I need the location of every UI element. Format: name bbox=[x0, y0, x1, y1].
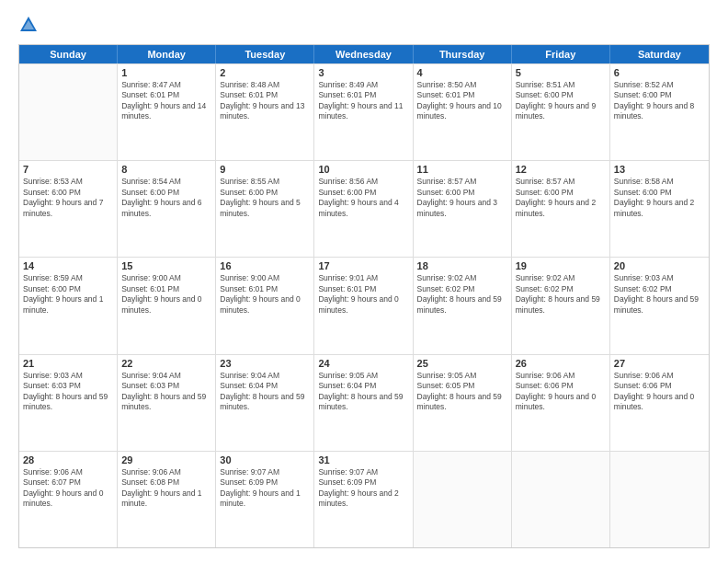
cell-sun-info: Sunrise: 8:49 AMSunset: 6:01 PMDaylight:… bbox=[318, 80, 408, 122]
cell-sun-info: Sunrise: 8:58 AMSunset: 6:00 PMDaylight:… bbox=[614, 177, 705, 219]
calendar-cell: 6Sunrise: 8:52 AMSunset: 6:00 PMDaylight… bbox=[610, 64, 709, 160]
calendar-cell: 15Sunrise: 9:00 AMSunset: 6:01 PMDayligh… bbox=[118, 258, 216, 353]
calendar: SundayMondayTuesdayWednesdayThursdayFrid… bbox=[18, 44, 710, 548]
cell-day-number: 19 bbox=[516, 260, 606, 271]
calendar-body: 1Sunrise: 8:47 AMSunset: 6:01 PMDaylight… bbox=[19, 63, 709, 547]
calendar-cell: 9Sunrise: 8:55 AMSunset: 6:00 PMDaylight… bbox=[216, 161, 314, 257]
calendar-cell: 2Sunrise: 8:48 AMSunset: 6:01 PMDaylight… bbox=[216, 64, 314, 160]
cell-day-number: 26 bbox=[516, 358, 606, 369]
cell-sun-info: Sunrise: 8:50 AMSunset: 6:01 PMDaylight:… bbox=[417, 80, 507, 122]
calendar-cell: 24Sunrise: 9:05 AMSunset: 6:04 PMDayligh… bbox=[314, 355, 413, 451]
cell-day-number: 20 bbox=[614, 260, 705, 271]
calendar-cell: 7Sunrise: 8:53 AMSunset: 6:00 PMDaylight… bbox=[19, 161, 118, 257]
cell-day-number: 7 bbox=[23, 164, 113, 175]
cell-day-number: 14 bbox=[23, 260, 113, 271]
cell-day-number: 31 bbox=[318, 454, 408, 465]
calendar-cell: 29Sunrise: 9:06 AMSunset: 6:08 PMDayligh… bbox=[118, 452, 216, 547]
calendar-row: 14Sunrise: 8:59 AMSunset: 6:00 PMDayligh… bbox=[19, 257, 709, 353]
cell-sun-info: Sunrise: 9:00 AMSunset: 6:01 PMDaylight:… bbox=[220, 273, 310, 316]
calendar-row: 28Sunrise: 9:06 AMSunset: 6:07 PMDayligh… bbox=[19, 451, 709, 547]
calendar-cell: 20Sunrise: 9:03 AMSunset: 6:02 PMDayligh… bbox=[610, 258, 709, 353]
calendar-cell: 8Sunrise: 8:54 AMSunset: 6:00 PMDaylight… bbox=[118, 161, 216, 257]
cell-sun-info: Sunrise: 9:03 AMSunset: 6:03 PMDaylight:… bbox=[23, 371, 113, 413]
calendar-cell bbox=[512, 452, 610, 547]
calendar-row: 7Sunrise: 8:53 AMSunset: 6:00 PMDaylight… bbox=[19, 160, 709, 257]
cell-day-number: 29 bbox=[121, 454, 211, 465]
cell-day-number: 10 bbox=[318, 164, 408, 175]
cell-day-number: 6 bbox=[614, 67, 705, 78]
cell-sun-info: Sunrise: 8:59 AMSunset: 6:00 PMDaylight:… bbox=[23, 273, 113, 316]
cell-day-number: 1 bbox=[121, 67, 211, 78]
cell-day-number: 15 bbox=[121, 260, 211, 271]
cell-day-number: 5 bbox=[516, 67, 606, 78]
calendar-row: 1Sunrise: 8:47 AMSunset: 6:01 PMDaylight… bbox=[19, 63, 709, 160]
cell-sun-info: Sunrise: 9:01 AMSunset: 6:01 PMDaylight:… bbox=[318, 273, 408, 316]
cell-day-number: 13 bbox=[614, 164, 705, 175]
cell-day-number: 8 bbox=[121, 164, 211, 175]
cell-sun-info: Sunrise: 9:03 AMSunset: 6:02 PMDaylight:… bbox=[614, 273, 705, 316]
cell-day-number: 2 bbox=[220, 67, 310, 78]
calendar-cell: 18Sunrise: 9:02 AMSunset: 6:02 PMDayligh… bbox=[414, 258, 512, 353]
cell-sun-info: Sunrise: 9:06 AMSunset: 6:06 PMDaylight:… bbox=[516, 371, 606, 413]
cell-sun-info: Sunrise: 9:04 AMSunset: 6:04 PMDaylight:… bbox=[220, 371, 310, 413]
cell-sun-info: Sunrise: 9:05 AMSunset: 6:05 PMDaylight:… bbox=[417, 371, 507, 413]
weekday-header: Tuesday bbox=[216, 45, 314, 63]
weekday-header: Monday bbox=[118, 45, 216, 63]
weekday-header: Friday bbox=[512, 45, 610, 63]
calendar-cell bbox=[19, 64, 118, 160]
cell-day-number: 21 bbox=[23, 358, 113, 369]
cell-sun-info: Sunrise: 8:47 AMSunset: 6:01 PMDaylight:… bbox=[121, 80, 211, 122]
cell-day-number: 18 bbox=[417, 260, 507, 271]
calendar-cell: 25Sunrise: 9:05 AMSunset: 6:05 PMDayligh… bbox=[414, 355, 512, 451]
calendar-cell: 22Sunrise: 9:04 AMSunset: 6:03 PMDayligh… bbox=[118, 355, 216, 451]
cell-day-number: 17 bbox=[318, 260, 408, 271]
cell-day-number: 4 bbox=[417, 67, 507, 78]
calendar-cell: 17Sunrise: 9:01 AMSunset: 6:01 PMDayligh… bbox=[314, 258, 413, 353]
calendar-row: 21Sunrise: 9:03 AMSunset: 6:03 PMDayligh… bbox=[19, 354, 709, 451]
cell-day-number: 3 bbox=[318, 67, 408, 78]
calendar-cell: 16Sunrise: 9:00 AMSunset: 6:01 PMDayligh… bbox=[216, 258, 314, 353]
calendar-cell: 27Sunrise: 9:06 AMSunset: 6:06 PMDayligh… bbox=[610, 355, 709, 451]
calendar-cell: 31Sunrise: 9:07 AMSunset: 6:09 PMDayligh… bbox=[314, 452, 413, 547]
cell-sun-info: Sunrise: 9:02 AMSunset: 6:02 PMDaylight:… bbox=[516, 273, 606, 316]
cell-sun-info: Sunrise: 9:02 AMSunset: 6:02 PMDaylight:… bbox=[417, 273, 507, 316]
logo-icon bbox=[18, 15, 39, 35]
cell-sun-info: Sunrise: 9:07 AMSunset: 6:09 PMDaylight:… bbox=[220, 467, 310, 510]
cell-day-number: 11 bbox=[417, 164, 507, 175]
weekday-header: Saturday bbox=[610, 45, 709, 63]
logo bbox=[18, 15, 42, 35]
cell-sun-info: Sunrise: 8:57 AMSunset: 6:00 PMDaylight:… bbox=[417, 177, 507, 219]
weekday-header: Wednesday bbox=[314, 45, 413, 63]
calendar-cell: 12Sunrise: 8:57 AMSunset: 6:00 PMDayligh… bbox=[512, 161, 610, 257]
cell-sun-info: Sunrise: 9:06 AMSunset: 6:06 PMDaylight:… bbox=[614, 371, 705, 413]
calendar-cell: 23Sunrise: 9:04 AMSunset: 6:04 PMDayligh… bbox=[216, 355, 314, 451]
cell-day-number: 12 bbox=[516, 164, 606, 175]
weekday-header: Thursday bbox=[414, 45, 512, 63]
weekday-header: Sunday bbox=[19, 45, 118, 63]
cell-sun-info: Sunrise: 9:00 AMSunset: 6:01 PMDaylight:… bbox=[121, 273, 211, 316]
header bbox=[18, 15, 710, 35]
cell-sun-info: Sunrise: 9:05 AMSunset: 6:04 PMDaylight:… bbox=[318, 371, 408, 413]
cell-sun-info: Sunrise: 9:06 AMSunset: 6:07 PMDaylight:… bbox=[23, 467, 113, 510]
cell-day-number: 9 bbox=[220, 164, 310, 175]
cell-sun-info: Sunrise: 8:55 AMSunset: 6:00 PMDaylight:… bbox=[220, 177, 310, 219]
calendar-cell: 4Sunrise: 8:50 AMSunset: 6:01 PMDaylight… bbox=[414, 64, 512, 160]
calendar-header: SundayMondayTuesdayWednesdayThursdayFrid… bbox=[19, 45, 709, 63]
calendar-cell bbox=[414, 452, 512, 547]
cell-day-number: 16 bbox=[220, 260, 310, 271]
calendar-cell: 11Sunrise: 8:57 AMSunset: 6:00 PMDayligh… bbox=[414, 161, 512, 257]
cell-sun-info: Sunrise: 8:48 AMSunset: 6:01 PMDaylight:… bbox=[220, 80, 310, 122]
cell-day-number: 28 bbox=[23, 454, 113, 465]
cell-sun-info: Sunrise: 8:51 AMSunset: 6:00 PMDaylight:… bbox=[516, 80, 606, 122]
calendar-cell bbox=[610, 452, 709, 547]
cell-sun-info: Sunrise: 8:53 AMSunset: 6:00 PMDaylight:… bbox=[23, 177, 113, 219]
calendar-cell: 10Sunrise: 8:56 AMSunset: 6:00 PMDayligh… bbox=[314, 161, 413, 257]
cell-day-number: 24 bbox=[318, 358, 408, 369]
cell-day-number: 30 bbox=[220, 454, 310, 465]
calendar-cell: 13Sunrise: 8:58 AMSunset: 6:00 PMDayligh… bbox=[610, 161, 709, 257]
cell-day-number: 22 bbox=[121, 358, 211, 369]
calendar-cell: 21Sunrise: 9:03 AMSunset: 6:03 PMDayligh… bbox=[19, 355, 118, 451]
cell-sun-info: Sunrise: 9:07 AMSunset: 6:09 PMDaylight:… bbox=[318, 467, 408, 510]
cell-sun-info: Sunrise: 8:54 AMSunset: 6:00 PMDaylight:… bbox=[121, 177, 211, 219]
calendar-cell: 19Sunrise: 9:02 AMSunset: 6:02 PMDayligh… bbox=[512, 258, 610, 353]
